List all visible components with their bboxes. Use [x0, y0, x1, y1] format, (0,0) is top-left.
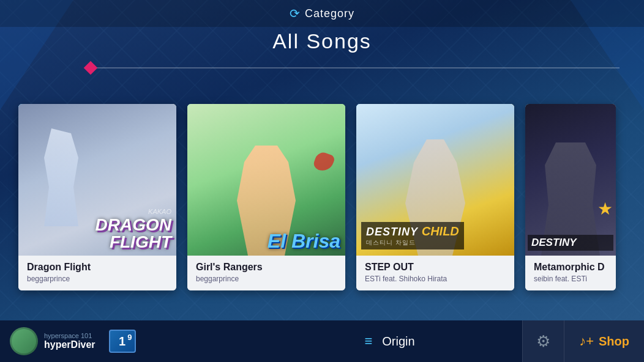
refresh-icon: ⟳ — [290, 6, 300, 21]
card-artist-2: beggarprince — [196, 275, 337, 283]
user-name: hyperDiver — [44, 339, 95, 350]
rank-superscript: 9 — [127, 333, 132, 342]
music-note-icon: ♪+ — [579, 333, 594, 349]
card-image-dragon-flight: 1 3 6 KAKAO DRAGONFLIGHT — [18, 104, 176, 256]
card-title: Dragon Flight — [27, 262, 168, 273]
card-artist-3: ESTi feat. Shihoko Hirata — [365, 275, 506, 283]
slider-handle[interactable] — [84, 61, 98, 75]
shop-button[interactable]: ♪+ Shop — [564, 320, 644, 362]
card-title-2: Girl's Rangers — [196, 262, 337, 273]
page-title: All Songs — [0, 29, 644, 53]
card-artwork-destiny: DESTINY CHILD 데스티니 차일드 — [356, 104, 514, 256]
card-artist-4: seibin feat. ESTi — [534, 275, 607, 283]
rank-number: 1 — [119, 334, 125, 349]
category-label: Category — [305, 7, 354, 20]
card-title-4: Metamorphic D — [534, 262, 607, 273]
user-section: hyperspace 101 hyperDiver 1 9 — [0, 327, 257, 355]
song-cards-container: 1 3 6 KAKAO DRAGONFLIGHT Dragon Flight b… — [18, 104, 644, 290]
user-info: hyperspace 101 hyperDiver — [44, 332, 95, 350]
game-logo-elbrisa: El Brisa — [268, 231, 340, 251]
settings-button[interactable]: ⚙ — [522, 320, 564, 362]
user-avatar — [10, 327, 38, 355]
card-artwork-elbrisa: El Brisa — [187, 104, 345, 256]
card-artist: beggarprince — [27, 275, 168, 283]
bottom-bar: hyperspace 101 hyperDiver 1 9 ≡ Origin ⚙… — [0, 320, 644, 362]
user-subtitle: hyperspace 101 — [44, 332, 95, 339]
song-card-step-out[interactable]: 2 3 5 DESTINY CHILD 데스티니 차일드 STEP OU — [356, 104, 514, 290]
game-logo-dragon: DRAGONFLIGHT — [95, 216, 171, 251]
card-info-step-out: STEP OUT ESTi feat. Shihoko Hirata — [356, 256, 514, 290]
card-info-girls-rangers: Girl's Rangers beggarprince — [187, 256, 345, 290]
card-image-girls-rangers: 3 5 6 El Brisa — [187, 104, 345, 256]
card-info-dragon-flight: Dragon Flight beggarprince — [18, 256, 176, 290]
shop-label: Shop — [599, 334, 629, 349]
card-title-3: STEP OUT — [365, 262, 506, 273]
card-image-step-out: 2 3 5 DESTINY CHILD 데스티니 차일드 — [356, 104, 514, 256]
song-card-girls-rangers[interactable]: 3 5 6 El Brisa Girl's Rangers beggarprin… — [187, 104, 345, 290]
song-slider[interactable] — [86, 67, 620, 68]
list-icon[interactable]: ≡ — [364, 333, 372, 349]
song-card-dragon-flight[interactable]: 1 3 6 KAKAO DRAGONFLIGHT Dragon Flight b… — [18, 104, 176, 290]
card-image-metamorphic: 2 4 5 ★ DESTINY — [525, 104, 616, 256]
card-artwork-metamorphic: ★ DESTINY — [525, 104, 616, 256]
song-card-metamorphic[interactable]: 2 4 5 ★ DESTINY Metamorphic D — [525, 104, 616, 290]
gear-icon: ⚙ — [536, 332, 550, 351]
category-bar[interactable]: ⟳ Category — [0, 0, 644, 27]
origin-label[interactable]: Origin — [382, 334, 414, 349]
bottom-center: ≡ Origin — [257, 333, 522, 349]
bottom-right: ⚙ ♪+ Shop — [522, 320, 644, 362]
rank-badge: 1 9 — [109, 330, 136, 353]
card-info-metamorphic: Metamorphic D seibin feat. ESTi — [525, 256, 616, 290]
card-artwork-dragon: KAKAO DRAGONFLIGHT — [18, 104, 176, 256]
